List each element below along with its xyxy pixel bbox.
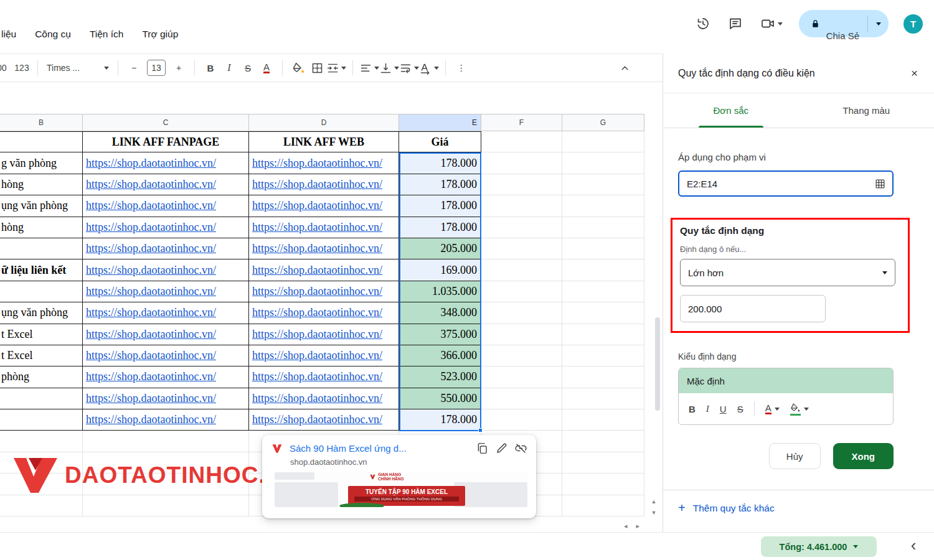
- close-panel-button[interactable]: ×: [905, 64, 924, 83]
- cell-empty[interactable]: [481, 281, 562, 302]
- scroll-up-icon[interactable]: ▲: [650, 498, 658, 505]
- cell-empty[interactable]: [481, 174, 562, 195]
- text-color-button[interactable]: A: [257, 58, 276, 77]
- cell-web-link[interactable]: https://shop.daotaotinhoc.vn/: [249, 217, 399, 238]
- hide-menus-button[interactable]: [615, 58, 634, 77]
- cell-empty[interactable]: [83, 452, 249, 474]
- select-data-range-icon[interactable]: [874, 178, 886, 190]
- scroll-right-icon[interactable]: ▸: [636, 522, 639, 530]
- cell-web-link[interactable]: https://shop.daotaotinhoc.vn/: [249, 195, 399, 217]
- cell-empty[interactable]: [481, 238, 562, 259]
- cell-fanpage-link[interactable]: https://shop.daotaotinhoc.vn/: [83, 259, 249, 281]
- decrease-decimals-button[interactable]: .00: [0, 63, 12, 73]
- cell-web-link[interactable]: https://shop.daotaotinhoc.vn/: [249, 409, 399, 431]
- cell-empty[interactable]: [562, 431, 644, 452]
- add-rule-button[interactable]: + Thêm quy tắc khác: [678, 501, 919, 515]
- more-button[interactable]: ⋮: [452, 58, 471, 77]
- strikethrough-button[interactable]: S: [238, 58, 257, 77]
- share-menu-chevron-icon[interactable]: [876, 22, 881, 26]
- copy-link-icon[interactable]: [476, 442, 489, 455]
- column-header-d[interactable]: D: [249, 114, 399, 131]
- cell-price[interactable]: 1.035.000: [399, 281, 481, 302]
- cell-empty[interactable]: [481, 259, 562, 281]
- column-header-e[interactable]: E: [399, 114, 481, 131]
- increase-font-size-button[interactable]: +: [169, 58, 188, 77]
- menu-data-partial[interactable]: liệu: [1, 29, 16, 40]
- cell-web-link[interactable]: https://shop.daotaotinhoc.vn/: [249, 259, 399, 281]
- fill-color-button[interactable]: [289, 58, 308, 77]
- column-header-b[interactable]: B: [0, 114, 83, 131]
- cell-empty[interactable]: [562, 388, 644, 409]
- cell-web-link[interactable]: https://shop.daotaotinhoc.vn/: [249, 174, 399, 195]
- cell-fanpage-link[interactable]: https://shop.daotaotinhoc.vn/: [83, 302, 249, 324]
- cell-fanpage-link[interactable]: https://shop.daotaotinhoc.vn/: [83, 388, 249, 409]
- cancel-button[interactable]: Hủy: [769, 443, 821, 469]
- cell-product-name[interactable]: [0, 409, 83, 431]
- scroll-left-icon[interactable]: ◂: [624, 522, 628, 530]
- cell-empty[interactable]: [481, 131, 562, 152]
- cell-empty[interactable]: [562, 452, 644, 474]
- cell-empty[interactable]: [83, 474, 249, 495]
- italic-button[interactable]: I: [706, 404, 709, 414]
- cell-empty[interactable]: [562, 217, 644, 238]
- cell-empty[interactable]: [481, 195, 562, 217]
- cell-product-name[interactable]: ữ liệu liên kết: [0, 259, 83, 281]
- cell-web-link[interactable]: https://shop.daotaotinhoc.vn/: [249, 152, 399, 174]
- cell-price[interactable]: 178.000: [399, 195, 481, 217]
- done-button[interactable]: Xong: [833, 443, 894, 469]
- cell-price[interactable]: 366.000: [399, 345, 481, 366]
- vertical-align-button[interactable]: [379, 58, 399, 77]
- cell-empty[interactable]: [562, 238, 644, 259]
- cell-empty[interactable]: [562, 495, 644, 516]
- underline-button[interactable]: U: [720, 404, 727, 414]
- cell-product-name[interactable]: hòng: [0, 174, 83, 195]
- cell-empty[interactable]: [562, 195, 644, 217]
- cell-empty[interactable]: [0, 431, 83, 452]
- tab-single-color[interactable]: Đơn sắc: [663, 93, 799, 128]
- column-header-c[interactable]: C: [83, 114, 249, 131]
- cell-empty[interactable]: [0, 495, 83, 516]
- cell-empty[interactable]: [562, 174, 644, 195]
- menu-extensions[interactable]: Tiện ích: [90, 29, 124, 40]
- font-size-input[interactable]: 13: [147, 60, 166, 76]
- text-color-button[interactable]: A: [765, 404, 780, 414]
- vertical-scrollbar[interactable]: ▲ ▼: [650, 114, 658, 522]
- cell-product-name[interactable]: t Excel: [0, 324, 83, 345]
- scroll-down-icon[interactable]: ▼: [650, 510, 658, 516]
- cell-price[interactable]: 550.000: [399, 388, 481, 409]
- cell-fanpage-link[interactable]: https://shop.daotaotinhoc.vn/: [83, 409, 249, 431]
- cell-header-price[interactable]: Giá: [399, 131, 481, 152]
- cell-web-link[interactable]: https://shop.daotaotinhoc.vn/: [249, 324, 399, 345]
- horizontal-align-button[interactable]: [359, 58, 379, 77]
- cell-product-name[interactable]: phòng: [0, 366, 83, 388]
- cell-web-link[interactable]: https://shop.daotaotinhoc.vn/: [249, 388, 399, 409]
- cell-product-name[interactable]: g văn phòng: [0, 152, 83, 174]
- cell-web-link[interactable]: https://shop.daotaotinhoc.vn/: [249, 238, 399, 259]
- avatar[interactable]: T: [903, 14, 923, 34]
- cell-web-link[interactable]: https://shop.daotaotinhoc.vn/: [249, 281, 399, 302]
- cell-product-name[interactable]: [0, 281, 83, 302]
- cell-fanpage-link[interactable]: https://shop.daotaotinhoc.vn/: [83, 217, 249, 238]
- condition-select[interactable]: Lớn hơn: [680, 259, 895, 286]
- menu-help[interactable]: Trợ giúp: [142, 29, 178, 40]
- share-button[interactable]: Chia Sẻ: [799, 10, 889, 37]
- cell-empty[interactable]: [562, 366, 644, 388]
- cell-price[interactable]: 178.000: [399, 152, 481, 174]
- borders-button[interactable]: [308, 58, 326, 77]
- cell-empty[interactable]: [0, 474, 83, 495]
- cell-empty[interactable]: [481, 324, 562, 345]
- cell-empty[interactable]: [83, 431, 249, 452]
- cell-price[interactable]: 205.000: [399, 238, 481, 259]
- merge-cells-button[interactable]: [326, 58, 346, 77]
- cell-price[interactable]: 178.000: [399, 409, 481, 431]
- text-rotation-button[interactable]: [419, 58, 439, 77]
- cell-product-name[interactable]: [0, 388, 83, 409]
- number-format-button[interactable]: 123: [12, 58, 31, 77]
- cell-empty[interactable]: [562, 324, 644, 345]
- cell-product-name[interactable]: [0, 238, 83, 259]
- cell-price[interactable]: 169.000: [399, 259, 481, 281]
- cell-product-name[interactable]: ụng văn phòng: [0, 195, 83, 217]
- cell-product-name[interactable]: hòng: [0, 217, 83, 238]
- cell-empty[interactable]: [562, 281, 644, 302]
- fill-handle[interactable]: [478, 428, 483, 432]
